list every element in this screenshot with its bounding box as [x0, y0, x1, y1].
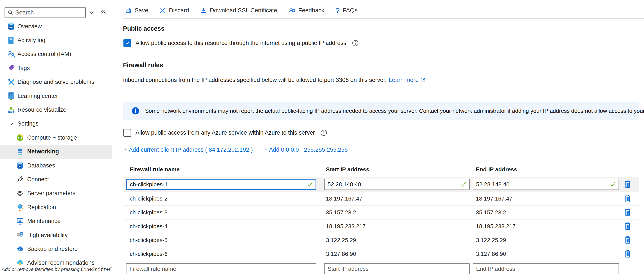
sidebar-item-backup-restore[interactable]: Backup and restore [0, 242, 112, 256]
sidebar-item-label: Maintenance [27, 218, 61, 224]
end-ip-cell: 18.197.167.47 [476, 195, 512, 202]
rule-name-input[interactable] [126, 179, 316, 190]
start-ip-cell: 18.195.233.217 [326, 223, 366, 230]
end-ip-field-wrapper [473, 179, 619, 190]
access-control-icon [7, 50, 15, 59]
sidebar-item-maintenance[interactable]: Maintenance [0, 214, 112, 228]
sidebar-item-label: Diagnose and solve problems [18, 79, 94, 85]
sidebar-item-learning-center[interactable]: 101 Learning center [0, 89, 112, 103]
trash-icon [624, 208, 631, 216]
sidebar-item-access-control[interactable]: Access control (IAM) [0, 47, 112, 61]
sidebar-item-resource-visualizer[interactable]: Resource visualizer [0, 103, 112, 117]
sidebar-item-diagnose[interactable]: Diagnose and solve problems [0, 75, 112, 89]
compute-storage-icon: $ [16, 133, 24, 142]
public-access-checkbox[interactable] [124, 39, 131, 47]
sidebar-item-label: Activity log [18, 37, 45, 44]
networking-globe-icon [16, 147, 24, 156]
azure-services-checkbox[interactable] [124, 129, 131, 137]
info-banner-text: Some network environments may not report… [145, 108, 644, 114]
learn-more-link[interactable]: Learn more [389, 77, 426, 83]
trash-icon [624, 250, 631, 258]
table-row: ch-clickpipes-2 18.197.167.47 18.197.167… [124, 192, 639, 206]
sidebar-item-replication[interactable]: Replication [0, 200, 112, 214]
discard-button[interactable]: Discard [160, 7, 189, 14]
favorites-hint: Add or remove favorites by pressing Cmd+… [2, 267, 112, 272]
end-ip-input[interactable] [473, 179, 619, 190]
sidebar-search [4, 7, 86, 18]
table-header-row: Firewall rule name Start IP address End … [124, 164, 639, 175]
faqs-label: FAQs [343, 7, 358, 14]
sidebar-item-label: Compute + storage [27, 134, 77, 141]
info-filled-icon [132, 107, 140, 115]
add-client-ip-link[interactable]: + Add current client IP address ( 84.172… [124, 146, 253, 153]
new-end-ip-input[interactable] [473, 263, 619, 274]
feedback-icon [288, 7, 295, 14]
info-icon[interactable] [320, 129, 327, 136]
table-row: ch-clickpipes-5 3.122.25.29 3.122.25.29 [124, 233, 639, 247]
new-start-ip-field-wrapper [324, 263, 470, 274]
sidebar-item-label: Overview [18, 23, 42, 30]
add-full-range-link[interactable]: + Add 0.0.0.0 - 255.255.255.255 [264, 146, 348, 153]
azure-services-checkbox-label: Allow public access from any Azure servi… [136, 129, 315, 136]
start-ip-cell: 3.122.25.29 [326, 237, 356, 243]
sidebar-item-compute-storage[interactable]: $ Compute + storage [0, 131, 112, 145]
activity-log-icon [7, 36, 15, 45]
sidebar-item-server-parameters[interactable]: Server parameters [0, 186, 112, 200]
sidebar-item-high-availability[interactable]: High availability [0, 228, 112, 242]
toolbar-divider [122, 18, 644, 19]
delete-rule-button[interactable] [623, 235, 632, 245]
delete-rule-button[interactable] [623, 208, 632, 217]
tags-icon [7, 64, 15, 73]
end-ip-cell: 3.122.25.29 [476, 237, 506, 243]
new-rule-name-field-wrapper [126, 263, 316, 274]
collapse-sidebar-icon[interactable] [100, 8, 108, 16]
external-link-icon [420, 78, 426, 83]
firewall-description-text: Inbound connections from the IP addresse… [123, 77, 386, 83]
add-links-row: + Add current client IP address ( 84.172… [124, 146, 348, 153]
sidebar-group-settings[interactable]: Settings [0, 117, 112, 131]
new-start-ip-input[interactable] [324, 263, 470, 274]
end-ip-cell: 18.195.233.217 [476, 223, 516, 230]
delete-rule-button[interactable] [623, 249, 632, 259]
delete-rule-button[interactable] [623, 194, 632, 203]
svg-text:101: 101 [9, 94, 12, 96]
firewall-rules-table: Firewall rule name Start IP address End … [124, 164, 639, 274]
rule-name-cell: ch-clickpipes-4 [130, 223, 168, 230]
resize-handle-icon[interactable] [88, 8, 96, 16]
new-rule-name-input[interactable] [126, 263, 316, 274]
start-ip-input[interactable] [324, 179, 470, 190]
download-icon [200, 7, 207, 14]
column-header-start-ip: Start IP address [326, 166, 369, 173]
discard-icon [160, 7, 166, 14]
sidebar-item-label: Tags [18, 65, 30, 72]
sidebar-item-overview[interactable]: My Overview [0, 20, 112, 33]
sidebar-item-activity-log[interactable]: Activity log [0, 33, 112, 47]
info-icon[interactable] [352, 40, 359, 47]
delete-rule-button[interactable] [623, 180, 632, 189]
download-ssl-certificate-button[interactable]: Download SSL Certificate [200, 7, 277, 14]
search-input[interactable] [15, 9, 85, 16]
sidebar-item-databases[interactable]: DB Databases [0, 159, 112, 172]
rule-name-cell: ch-clickpipes-3 [130, 209, 168, 216]
valid-check-icon [460, 181, 466, 188]
discard-label: Discard [169, 7, 189, 14]
rule-name-cell: ch-clickpipes-5 [130, 237, 168, 243]
sidebar: My Overview Activity log Access control … [0, 0, 112, 274]
sidebar-item-connect[interactable]: Connect [0, 172, 112, 186]
sidebar-item-networking[interactable]: Networking [0, 145, 112, 159]
valid-check-icon [610, 181, 616, 188]
firewall-rules-title: Firewall rules [123, 62, 163, 69]
sidebar-item-label: Server parameters [27, 190, 76, 197]
download-ssl-label: Download SSL Certificate [210, 7, 277, 14]
resource-visualizer-icon [7, 105, 15, 115]
faqs-button[interactable]: ? FAQs [336, 7, 358, 14]
sidebar-item-label: Backup and restore [27, 246, 78, 252]
delete-rule-button[interactable] [623, 221, 632, 231]
favorites-shortcut: Cmd+Shift+F [81, 267, 111, 272]
save-button[interactable]: Save [125, 7, 148, 14]
table-row: ch-clickpipes-3 35.157.23.2 35.157.23.2 [124, 206, 639, 219]
replication-globe-icon [16, 203, 24, 212]
feedback-button[interactable]: Feedback [288, 7, 324, 14]
trash-icon [624, 194, 631, 203]
sidebar-item-tags[interactable]: Tags [0, 61, 112, 75]
